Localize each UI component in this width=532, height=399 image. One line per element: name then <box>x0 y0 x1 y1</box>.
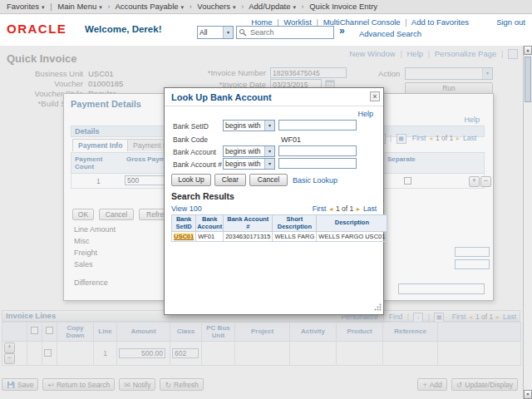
op-value: begins with <box>225 121 261 130</box>
op-value: begins with <box>225 160 261 168</box>
col-short-description[interactable]: Short Description <box>273 215 317 232</box>
next-page-icon[interactable]: ► <box>356 206 362 212</box>
chevron-down-icon: ▾ <box>99 4 102 10</box>
basic-lookup-link[interactable]: Basic Lookup <box>293 176 337 185</box>
search-scope-select[interactable]: ▾All <box>197 26 234 39</box>
breadcrumb: Favorites▾ | Main Menu▾ › Accounts Payab… <box>0 0 532 14</box>
cell-short-description: WELLS FARG <box>273 232 317 242</box>
bank-setid-field[interactable] <box>278 120 357 131</box>
look-up-button[interactable]: Look Up <box>171 174 211 186</box>
bank-setid-op-select[interactable]: ▾begins with <box>223 120 275 131</box>
modal-title: Look Up Bank Account <box>171 92 272 102</box>
breadcrumb-separator-icon: › <box>302 2 304 11</box>
breadcrumb-vouchers[interactable]: Vouchers▾ <box>197 2 235 11</box>
breadcrumb-quick-invoice-entry[interactable]: Quick Invoice Entry <box>309 2 377 11</box>
breadcrumb-add-update[interactable]: Add/Update▾ <box>249 2 296 11</box>
chevron-down-icon: ▾ <box>181 4 185 10</box>
results-pagination: First ◄ 1 of 1 ► Last <box>313 204 377 213</box>
last-page-link[interactable]: Last <box>363 204 377 213</box>
chevron-down-icon: ▾ <box>264 159 274 169</box>
bank-setid-label: Bank SetID <box>173 122 209 131</box>
divider <box>165 106 383 106</box>
bank-account-op-select[interactable]: ▾begins with <box>223 145 275 157</box>
breadcrumb-separator-icon: › <box>107 2 110 11</box>
breadcrumb-main-menu[interactable]: Main Menu▾ <box>57 2 102 11</box>
cell-bank-account: WF01 <box>196 232 224 242</box>
help-link[interactable]: Help <box>357 110 373 118</box>
bank-account-number-op-select[interactable]: ▾begins with <box>223 158 275 170</box>
results-table: Bank SetID Bank Account Bank Account # S… <box>171 214 387 242</box>
separator: | <box>405 17 406 27</box>
app-header: ORACLE Welcome, Derek! Home | Worklist |… <box>0 14 532 47</box>
add-to-favorites-link[interactable]: Add to Favorites <box>411 17 469 27</box>
cell-bank-setid: USC01 <box>172 232 196 242</box>
col-bank-account-number[interactable]: Bank Account # <box>224 215 273 232</box>
chevron-down-icon: ▾ <box>223 27 233 38</box>
view-100-link[interactable]: View 100 <box>171 204 202 213</box>
search-scope-value: All <box>200 28 207 37</box>
welcome-text: Welcome, Derek! <box>85 24 161 34</box>
search-go-button[interactable]: » <box>339 25 345 37</box>
bank-account-field[interactable] <box>278 145 357 156</box>
col-description[interactable]: Description <box>317 215 387 232</box>
breadcrumb-separator-icon: › <box>190 2 192 11</box>
chevron-down-icon: ▾ <box>293 4 296 10</box>
scroll-down-icon[interactable]: ▼ <box>524 390 532 399</box>
breadcrumb-separator-icon: › <box>241 2 244 11</box>
col-bank-account[interactable]: Bank Account <box>196 215 224 232</box>
col-bank-setid[interactable]: Bank SetID <box>172 215 196 232</box>
chevron-down-icon: ▾ <box>233 4 236 10</box>
results-header-row: Bank SetID Bank Account Bank Account # S… <box>172 215 387 232</box>
breadcrumb-label: Accounts Payable <box>116 2 179 11</box>
search-results-heading: Search Results <box>171 191 234 201</box>
op-value: begins with <box>225 147 261 155</box>
bank-account-number-field[interactable] <box>278 158 357 169</box>
lookup-bank-account-modal: Look Up Bank Account × Help Bank SetID ▾… <box>164 87 384 315</box>
chevron-down-icon: ▾ <box>264 146 274 156</box>
multichannel-console-link[interactable]: MultiChannel Console <box>323 17 401 27</box>
breadcrumb-label: Favorites <box>7 2 39 11</box>
chevron-down-icon: ▾ <box>42 4 45 10</box>
page-indicator: 1 of 1 <box>336 204 353 213</box>
breadcrumb-accounts-payable[interactable]: Accounts Payable▾ <box>116 2 185 11</box>
separator: | <box>50 2 52 11</box>
scroll-up-icon[interactable]: ▲ <box>524 46 532 55</box>
search-input[interactable] <box>236 26 334 39</box>
breadcrumb-favorites[interactable]: Favorites▾ <box>7 2 45 11</box>
bank-account-label: Bank Account <box>173 148 216 156</box>
vertical-scrollbar[interactable]: ▲ ▼ <box>523 46 532 399</box>
result-link[interactable]: USC01 <box>174 233 194 240</box>
screen: Favorites▾ | Main Menu▾ › Accounts Payab… <box>0 0 532 399</box>
breadcrumb-label: Main Menu <box>57 2 96 11</box>
cancel-button[interactable]: Cancel <box>249 174 288 186</box>
first-page-link[interactable]: First <box>313 204 327 213</box>
breadcrumb-label: Vouchers <box>197 2 230 11</box>
bank-code-value: WF01 <box>281 135 301 144</box>
breadcrumb-label: Add/Update <box>249 2 290 11</box>
clear-button[interactable]: Clear <box>214 174 246 186</box>
close-icon[interactable]: × <box>370 91 380 101</box>
cell-description: WELLS FARGO USC01 <box>317 232 387 242</box>
bank-code-label: Bank Code <box>173 135 208 144</box>
scrollbar-thumb[interactable] <box>525 57 531 102</box>
prev-page-icon[interactable]: ◄ <box>328 206 334 212</box>
sign-out-link[interactable]: Sign out <box>496 17 525 27</box>
chevron-down-icon: ▾ <box>264 121 274 131</box>
table-row: USC01 WF01 2034630171315 WELLS FARG WELL… <box>172 232 387 242</box>
bank-account-number-label: Bank Account # <box>173 160 222 169</box>
oracle-logo: ORACLE <box>7 22 66 36</box>
advanced-search-link[interactable]: Advanced Search <box>359 29 421 38</box>
search-field[interactable] <box>249 27 332 37</box>
resize-grip-icon[interactable] <box>374 303 382 313</box>
search-icon <box>239 28 247 37</box>
cell-bank-account-number: 2034630171315 <box>224 232 273 242</box>
